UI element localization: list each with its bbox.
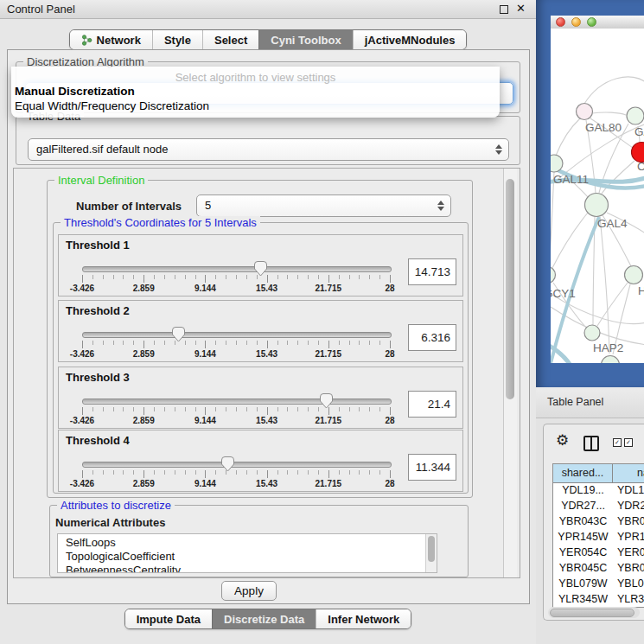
list-item[interactable]: SelfLoops: [66, 536, 116, 550]
top-tab-bar: Network Style Select Cyni Toolbox jActiv…: [0, 29, 536, 50]
tab-segment-control: Impute Data Discretize Data Infer Networ…: [124, 609, 412, 629]
tab-label: Discretize Data: [224, 613, 304, 626]
node-label: GA: [634, 125, 644, 138]
threshold-1-value[interactable]: 14.713: [408, 258, 456, 285]
stepper-arrows-icon: [437, 201, 444, 211]
tab-label: Cyni Toolbox: [271, 34, 341, 47]
table-h-scrollbar-thumb[interactable]: [550, 609, 634, 617]
interval-definition-group: Interval Definition Number of Intervals …: [47, 180, 473, 498]
float-window-icon[interactable]: [500, 5, 508, 14]
panel-scrollbar[interactable]: [503, 169, 517, 577]
table-row[interactable]: YLR345WYLR3: [553, 591, 644, 607]
numerical-attributes-label: Numerical Attributes: [55, 516, 165, 529]
table-h-scrollbar[interactable]: [548, 607, 640, 618]
attributes-group: Attributes to discretize Numerical Attri…: [49, 505, 469, 577]
threshold-1-panel: Threshold 1 -3.426 2.859 9.144: [58, 234, 463, 296]
tab-infer-network[interactable]: Infer Network: [316, 609, 411, 628]
list-scrollbar[interactable]: [425, 534, 437, 572]
network-window: GAL80 GA C GAL11 GAL4 GCY1 H HAP2: [536, 0, 644, 387]
node-table: shared... na YDL19...YDL1 YDR27...YDR2 Y…: [552, 463, 644, 608]
slider-ticks: [82, 407, 391, 415]
settings-scroll-area: Interval Definition Number of Intervals …: [13, 168, 520, 578]
table-panel-title: Table Panel: [547, 396, 603, 408]
settings-gear-icon[interactable]: ⚙: [556, 431, 569, 450]
threshold-label: Threshold 2: [66, 304, 130, 317]
threshold-2-panel: Threshold 2 -3.426 2.859 9.144: [58, 300, 463, 362]
tab-jactivemnodules[interactable]: jActiveMNodules: [353, 30, 467, 49]
tab-label: Style: [164, 34, 191, 47]
list-item[interactable]: BetweennessCentrality: [66, 564, 181, 573]
column-layout-icon[interactable]: [583, 436, 599, 451]
table-data-select[interactable]: galFiltered.sif default node: [28, 138, 509, 161]
slider-ticks: [82, 275, 391, 283]
table-panel-window: ⚙ ✓ ✓ shared... na YDL19...YDL1 YDR27...…: [543, 424, 644, 621]
popup-option-equal-width-frequency[interactable]: Equal Width/Frequency Discretization: [15, 99, 209, 112]
threshold-2-value[interactable]: 6.316: [408, 324, 456, 351]
tab-network[interactable]: Network: [70, 30, 152, 49]
table-row[interactable]: YPR145WYPR1: [553, 529, 644, 545]
numerical-attributes-list[interactable]: SelfLoops TopologicalCoefficient Between…: [57, 533, 437, 573]
network-window-titlebar[interactable]: [551, 16, 644, 29]
slider-ticks: [82, 470, 391, 478]
panel-scrollbar-thumb[interactable]: [506, 179, 514, 399]
list-scrollbar-thumb[interactable]: [428, 536, 435, 562]
close-panel-icon[interactable]: ✕: [516, 2, 526, 15]
minimize-traffic-light-icon[interactable]: [571, 17, 581, 27]
table-row[interactable]: YBR043CYBR0: [553, 513, 644, 529]
stepper-arrows-icon: [495, 144, 502, 155]
popup-option-manual-discretization[interactable]: Manual Discretization: [15, 85, 135, 98]
close-traffic-light-icon[interactable]: [556, 17, 565, 27]
tab-impute-data[interactable]: Impute Data: [125, 609, 212, 628]
threshold-3-value[interactable]: 21.4: [408, 391, 456, 418]
tab-label: Select: [214, 34, 247, 47]
tab-cyni-toolbox[interactable]: Cyni Toolbox: [258, 30, 352, 49]
control-panel-titlebar: Control Panel ✕: [0, 0, 536, 19]
right-column: GAL80 GA C GAL11 GAL4 GCY1 H HAP2 Table …: [536, 0, 644, 644]
column-header-shared-name[interactable]: shared...: [553, 464, 613, 482]
threshold-3-panel: Threshold 3 -3.426 2.859 9.144: [58, 367, 463, 429]
screenshot-root: Control Panel ✕ Network: [0, 0, 644, 644]
list-item[interactable]: TopologicalCoefficient: [66, 550, 175, 564]
group-title: Interval Definition: [54, 174, 148, 187]
table-row[interactable]: YDL19...YDL1: [553, 482, 644, 498]
tab-select[interactable]: Select: [202, 30, 258, 49]
table-row[interactable]: YDR27...YDR2: [553, 498, 644, 513]
table-data-group: Table Data galFiltered.sif default node: [16, 116, 520, 165]
tab-discretize-data[interactable]: Discretize Data: [212, 609, 316, 628]
node-label: GAL4: [597, 217, 628, 230]
threshold-label: Threshold 4: [66, 434, 130, 447]
checkbox-icon[interactable]: ✓: [613, 438, 622, 447]
table-row[interactable]: YBR045CYBR0: [553, 560, 644, 576]
table-panel-titlebar: Table Panel: [536, 387, 644, 418]
slider-tick-labels: -3.426 2.859 9.144 15.43 21.715 28: [82, 416, 390, 426]
zoom-traffic-light-icon[interactable]: [587, 17, 596, 27]
threshold-4-value[interactable]: 11.344: [408, 454, 456, 481]
thresholds-group: Threshold's Coordinates for 5 Intervals …: [53, 222, 469, 494]
tab-label: Network: [97, 34, 141, 47]
column-header-name[interactable]: na: [613, 464, 644, 482]
apply-button[interactable]: Apply: [221, 581, 277, 601]
tab-segment-control: Network Style Select Cyni Toolbox jActiv…: [69, 29, 468, 50]
slider-tick-labels: -3.426 2.859 9.144 15.43 21.715 28: [82, 479, 390, 489]
threshold-4-panel: Threshold 4 -3.426 2.859 9.144: [58, 430, 463, 492]
tab-style[interactable]: Style: [152, 30, 202, 49]
slider-tick-labels: -3.426 2.859 9.144 15.43 21.715 28: [82, 284, 390, 294]
network-canvas[interactable]: GAL80 GA C GAL11 GAL4 GCY1 H HAP2: [551, 29, 644, 363]
num-intervals-value: 5: [205, 195, 211, 216]
network-graph: GAL80 GA C GAL11 GAL4 GCY1 H HAP2: [551, 29, 644, 363]
tab-label: Impute Data: [137, 613, 201, 626]
table-row[interactable]: YER054CYER0: [553, 545, 644, 560]
threshold-2-slider[interactable]: [82, 332, 392, 338]
checkbox-icon[interactable]: ✓: [624, 438, 633, 447]
num-intervals-select[interactable]: 5: [196, 194, 451, 217]
dropdown-hint: Select algorithm to view settings: [11, 71, 500, 84]
threshold-4-slider[interactable]: [82, 462, 392, 468]
node-gal11: [551, 155, 563, 172]
node-gcy1: [551, 267, 556, 284]
slider-ticks: [82, 341, 391, 348]
cyni-toolbox-panel: Discretization Algorithm Table Data galF…: [7, 49, 530, 604]
table-row[interactable]: YBL079WYBL0: [553, 576, 644, 591]
threshold-label: Threshold 3: [66, 371, 130, 384]
threshold-3-slider[interactable]: [82, 399, 392, 405]
threshold-1-slider[interactable]: [82, 266, 392, 272]
